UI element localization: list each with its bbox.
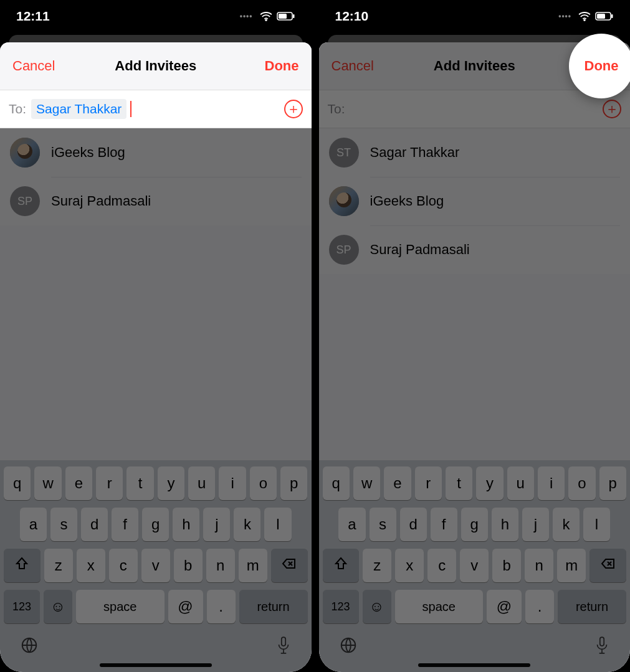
key-e[interactable]: e (65, 466, 92, 500)
emoji-key[interactable]: ☺ (363, 590, 391, 623)
key-m[interactable]: m (557, 549, 586, 582)
dot-key[interactable]: . (525, 590, 554, 623)
to-field-row[interactable]: To: ＋ (319, 90, 631, 128)
avatar-initials: SP (336, 244, 351, 257)
key-v[interactable]: v (460, 549, 489, 582)
numbers-key[interactable]: 123 (4, 590, 40, 623)
key-l[interactable]: l (264, 508, 291, 541)
key-e[interactable]: e (384, 466, 411, 500)
avatar: SP (329, 235, 359, 265)
key-v[interactable]: v (141, 549, 170, 582)
dot-key[interactable]: . (207, 590, 236, 623)
key-g[interactable]: g (461, 508, 488, 541)
key-n[interactable]: n (525, 549, 553, 582)
backspace-key[interactable] (589, 549, 626, 582)
key-f[interactable]: f (431, 508, 457, 541)
key-t[interactable]: t (446, 466, 472, 500)
backspace-icon (282, 556, 297, 575)
key-t[interactable]: t (126, 466, 153, 500)
key-u[interactable]: u (507, 466, 534, 500)
key-g[interactable]: g (142, 508, 169, 541)
home-indicator[interactable] (418, 663, 530, 667)
mic-icon[interactable] (275, 636, 292, 657)
key-h[interactable]: h (492, 508, 518, 541)
backspace-key[interactable] (271, 549, 308, 582)
key-y[interactable]: y (476, 466, 503, 500)
key-c[interactable]: c (427, 549, 456, 582)
contact-row[interactable]: iGeeks Blog (319, 177, 631, 225)
numbers-key[interactable]: 123 (323, 590, 359, 623)
shift-key[interactable] (4, 549, 41, 582)
key-h[interactable]: h (173, 508, 199, 541)
to-field-row[interactable]: To: Sagar Thakkar ＋ (0, 90, 312, 128)
key-s[interactable]: s (50, 508, 77, 541)
shift-icon (14, 556, 29, 575)
contact-row[interactable]: SP Suraj Padmasali (0, 177, 312, 225)
key-z[interactable]: z (363, 549, 391, 582)
contact-row[interactable]: iGeeks Blog (0, 128, 312, 177)
contact-row[interactable]: ST Sagar Thakkar (319, 128, 631, 177)
mic-icon[interactable] (594, 636, 610, 657)
avatar: SP (10, 186, 40, 216)
status-time: 12:11 (16, 9, 50, 24)
key-q[interactable]: q (323, 466, 350, 500)
key-k[interactable]: k (234, 508, 260, 541)
svg-point-0 (265, 19, 267, 21)
key-o[interactable]: o (568, 466, 595, 500)
keyboard-footer (323, 632, 627, 660)
home-indicator[interactable] (100, 663, 212, 667)
key-u[interactable]: u (188, 466, 215, 500)
key-a[interactable]: a (338, 508, 365, 541)
add-contact-button[interactable]: ＋ (284, 100, 303, 118)
key-k[interactable]: k (553, 508, 580, 541)
return-key[interactable]: return (239, 590, 308, 623)
cancel-button[interactable]: Cancel (332, 58, 374, 74)
at-key[interactable]: @ (168, 590, 203, 623)
key-c[interactable]: c (109, 549, 138, 582)
key-d[interactable]: d (81, 508, 108, 541)
key-w[interactable]: w (34, 466, 61, 500)
cancel-button[interactable]: Cancel (12, 58, 55, 74)
key-x[interactable]: x (395, 549, 424, 582)
shift-key[interactable] (323, 549, 360, 582)
contact-row[interactable]: SP Suraj Padmasali (319, 225, 631, 274)
key-w[interactable]: w (353, 466, 380, 500)
return-key[interactable]: return (558, 590, 626, 623)
key-a[interactable]: a (20, 508, 47, 541)
key-i[interactable]: i (538, 466, 565, 500)
phone-left: 12:11 •••• Cancel Add Invitees Done To: … (0, 0, 312, 672)
key-r[interactable]: r (415, 466, 442, 500)
key-n[interactable]: n (206, 549, 235, 582)
globe-icon[interactable] (20, 636, 39, 657)
key-b[interactable]: b (492, 549, 521, 582)
key-o[interactable]: o (250, 466, 277, 500)
add-contact-button[interactable]: ＋ (603, 100, 621, 118)
key-j[interactable]: j (522, 508, 549, 541)
keyboard-footer (4, 632, 308, 660)
key-p[interactable]: p (599, 466, 626, 500)
key-f[interactable]: f (112, 508, 138, 541)
key-z[interactable]: z (44, 549, 73, 582)
key-j[interactable]: j (203, 508, 230, 541)
key-b[interactable]: b (174, 549, 203, 582)
at-key[interactable]: @ (487, 590, 522, 623)
key-r[interactable]: r (96, 466, 123, 500)
key-q[interactable]: q (4, 466, 31, 500)
invitee-chip[interactable]: Sagar Thakkar (31, 99, 126, 119)
emoji-key[interactable]: ☺ (44, 590, 72, 623)
key-m[interactable]: m (239, 549, 267, 582)
key-d[interactable]: d (400, 508, 427, 541)
phone-right: 12:10 •••• Cancel Add Invitees Done To: … (319, 0, 631, 672)
contact-name: Suraj Padmasali (51, 193, 151, 210)
key-l[interactable]: l (583, 508, 610, 541)
key-p[interactable]: p (280, 466, 307, 500)
space-key[interactable]: space (76, 590, 165, 623)
key-s[interactable]: s (370, 508, 396, 541)
key-y[interactable]: y (158, 466, 184, 500)
done-highlight-circle[interactable]: Done (569, 34, 630, 98)
globe-icon[interactable] (339, 636, 358, 657)
done-button[interactable]: Done (265, 58, 299, 74)
key-i[interactable]: i (219, 466, 246, 500)
key-x[interactable]: x (77, 549, 105, 582)
space-key[interactable]: space (395, 590, 484, 623)
